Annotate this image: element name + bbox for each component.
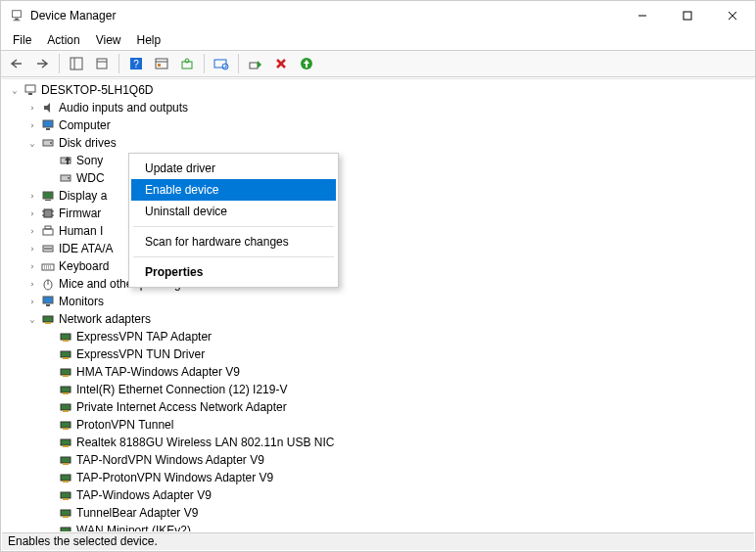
tree-device-net5[interactable]: ProtonVPN Tunnel [8, 416, 754, 434]
tree-device-net1[interactable]: ExpressVPN TUN Driver [8, 345, 754, 363]
expand-icon[interactable]: › [25, 244, 39, 253]
update-driver-button[interactable] [175, 53, 199, 74]
expand-icon[interactable]: › [25, 208, 39, 218]
svg-rect-66 [63, 445, 69, 447]
expand-icon[interactable]: › [25, 120, 39, 130]
tree-category-display[interactable]: › Display a [8, 187, 754, 205]
tree-category-monitors[interactable]: › Monitors [8, 293, 754, 310]
tree-category-firmware[interactable]: › Firmwar [8, 205, 754, 222]
drive-icon [40, 135, 56, 151]
action-button[interactable] [150, 53, 173, 74]
svg-rect-49 [43, 297, 53, 303]
enable-device-button[interactable] [244, 53, 267, 74]
network-adapter-icon [58, 329, 73, 345]
svg-point-29 [50, 142, 52, 144]
toolbar-separator [59, 54, 60, 73]
expand-icon[interactable]: › [25, 261, 39, 271]
device-tree[interactable]: ⌄ DESKTOP-5LH1Q6D › Audio inputs and out… [2, 78, 754, 531]
tree-device-net4[interactable]: Private Internet Access Network Adapter [8, 398, 754, 416]
scan-hardware-button[interactable] [210, 53, 233, 74]
tree-device-net10[interactable]: TunnelBear Adapter V9 [8, 504, 754, 522]
tree-category-keyboards[interactable]: › Keyboard [8, 257, 754, 275]
tree-category-computer[interactable]: › Computer [8, 116, 754, 134]
menu-action[interactable]: Action [39, 31, 87, 49]
network-adapter-icon [58, 505, 73, 521]
svg-rect-64 [63, 428, 69, 430]
collapse-icon[interactable]: ⌄ [8, 85, 22, 95]
tree-root[interactable]: ⌄ DESKTOP-5LH1Q6D [8, 81, 754, 99]
ctx-scan-hardware[interactable]: Scan for hardware changes [131, 231, 336, 253]
show-hide-tree-button[interactable] [65, 53, 88, 74]
svg-rect-72 [63, 498, 69, 500]
tree-category-mice[interactable]: › Mice and other pointing devices [8, 275, 754, 293]
monitor-icon [40, 117, 56, 133]
tree-category-ide[interactable]: › IDE ATA/A [8, 240, 754, 257]
ctx-separator [133, 256, 334, 257]
tree-device-net7[interactable]: TAP-NordVPN Windows Adapter V9 [8, 451, 754, 469]
network-icon [40, 311, 56, 327]
back-button[interactable] [5, 53, 28, 74]
network-adapter-icon [58, 417, 73, 433]
status-text: Enables the selected device. [8, 534, 158, 548]
tree-device-net11[interactable]: WAN Miniport (IKEv2) [8, 522, 754, 531]
svg-rect-74 [63, 516, 69, 518]
tree-category-diskdrives[interactable]: ⌄ Disk drives [8, 134, 754, 152]
toolbar-separator [204, 54, 205, 73]
tree-device-net0[interactable]: ExpressVPN TAP Adapter [8, 328, 754, 345]
tree-label: Private Internet Access Network Adapter [76, 400, 287, 414]
tree-label: ExpressVPN TAP Adapter [76, 330, 212, 344]
tree-label: Disk drives [59, 136, 117, 150]
uninstall-device-button[interactable] [269, 53, 293, 74]
svg-rect-70 [63, 481, 69, 483]
svg-rect-44 [42, 264, 54, 270]
tree-label: IDE ATA/A [59, 242, 114, 255]
network-adapter-icon [58, 452, 73, 468]
menu-view[interactable]: View [88, 31, 129, 49]
tree-device-net6[interactable]: Realtek 8188GU Wireless LAN 802.11n USB … [8, 434, 754, 451]
network-adapter-icon [58, 435, 73, 450]
add-legacy-hardware-button[interactable] [295, 53, 318, 74]
svg-point-32 [68, 177, 70, 179]
svg-rect-54 [63, 340, 69, 342]
collapse-icon[interactable]: ⌄ [25, 138, 39, 148]
expand-icon[interactable]: › [25, 103, 39, 113]
tree-device-net2[interactable]: HMA TAP-Windows Adapter V9 [8, 363, 754, 381]
expand-icon[interactable]: › [25, 226, 39, 236]
svg-text:?: ? [133, 59, 139, 69]
svg-rect-25 [28, 93, 32, 95]
tree-device-wdc[interactable]: WDC [8, 169, 754, 187]
tree-device-net8[interactable]: TAP-ProtonVPN Windows Adapter V9 [8, 469, 754, 486]
menu-file[interactable]: File [5, 31, 39, 49]
forward-button[interactable] [30, 53, 54, 74]
tree-device-sony[interactable]: Sony [8, 152, 754, 169]
tree-label: Computer [59, 118, 111, 132]
expand-icon[interactable]: › [25, 191, 39, 201]
minimize-button[interactable] [620, 1, 665, 30]
collapse-icon[interactable]: ⌄ [25, 314, 39, 324]
menu-help[interactable]: Help [129, 31, 169, 49]
svg-rect-26 [43, 120, 53, 127]
ctx-update-driver[interactable]: Update driver [131, 158, 336, 179]
expand-icon[interactable]: › [25, 297, 39, 306]
help-button[interactable]: ? [124, 53, 148, 74]
tree-device-net9[interactable]: TAP-Windows Adapter V9 [8, 486, 754, 504]
tree-device-net3[interactable]: Intel(R) Ethernet Connection (12) I219-V [8, 381, 754, 398]
ctx-enable-device[interactable]: Enable device [131, 179, 336, 201]
svg-rect-34 [45, 200, 51, 201]
ctx-properties[interactable]: Properties [131, 261, 336, 283]
tree-category-network[interactable]: ⌄ Network adapters [8, 310, 754, 328]
svg-rect-62 [63, 410, 69, 412]
close-button[interactable] [710, 1, 755, 30]
tree-category-hid[interactable]: › Human I [8, 222, 754, 240]
expand-icon[interactable]: › [25, 279, 39, 289]
tree-label: Human I [59, 224, 103, 238]
network-adapter-icon [58, 382, 73, 397]
svg-rect-33 [43, 192, 53, 199]
tree-category-audio[interactable]: › Audio inputs and outputs [8, 99, 754, 116]
network-adapter-icon [58, 487, 73, 503]
maximize-button[interactable] [665, 1, 710, 30]
properties-button[interactable] [90, 53, 114, 74]
svg-rect-1 [15, 19, 19, 21]
ctx-uninstall-device[interactable]: Uninstall device [131, 201, 336, 222]
svg-rect-15 [158, 64, 161, 67]
